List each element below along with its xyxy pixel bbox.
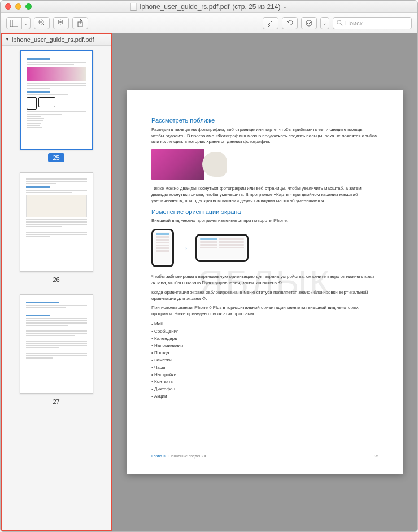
highlight-icon <box>267 20 275 27</box>
arrow-right-icon: → <box>181 243 189 254</box>
footer-pagenum: 25 <box>374 453 378 459</box>
toolbar: ⌄ ⌄ Поиск <box>1 13 417 33</box>
search-icon <box>337 20 343 26</box>
document-canvas[interactable]: Рассмотреть поближе Разведите пальцы на … <box>112 33 417 531</box>
titlebar: iphone_user_guide_rs.pdf.pdf (стр. 25 из… <box>1 1 417 13</box>
list-item: Напоминания <box>151 342 378 350</box>
sidebar-toggle-button[interactable] <box>6 17 22 29</box>
rotation-illustration: → <box>151 228 378 268</box>
svg-point-11 <box>306 20 312 26</box>
list-item: Контакты <box>151 378 378 386</box>
highlight-button[interactable] <box>263 17 278 29</box>
thumbnail-page <box>20 172 93 272</box>
list-item: Календарь <box>151 335 378 343</box>
list-item: Диктофон <box>151 386 378 393</box>
list-item: Погода <box>151 350 378 357</box>
svg-point-12 <box>337 20 341 24</box>
thumbnail-item[interactable]: 25 <box>1 50 112 162</box>
sidebar-icon <box>10 20 18 27</box>
thumbnail-label: 25 <box>48 153 64 162</box>
thumbnail-page <box>20 294 93 394</box>
list-item: Сообщения <box>151 328 378 335</box>
zoom-in-icon <box>58 19 65 27</box>
app-list: Mail Сообщения Календарь Напоминания Пог… <box>151 321 378 400</box>
share-button[interactable] <box>72 17 88 29</box>
thumbnail-list[interactable]: 25 26 <box>1 46 112 531</box>
heading-zoom: Рассмотреть поближе <box>151 116 378 125</box>
paragraph: Внешний вид многих программ изменяется п… <box>151 218 378 224</box>
markup-menu-button[interactable]: ⌄ <box>320 17 329 29</box>
thumbnail-page <box>20 50 93 150</box>
thumbnail-label: 26 <box>48 275 64 284</box>
window-title: iphone_user_guide_rs.pdf.pdf (стр. 25 из… <box>130 3 288 11</box>
list-item: Mail <box>151 321 378 328</box>
disclosure-triangle-icon: ▼ <box>5 37 10 42</box>
chevron-down-icon: ⌄ <box>323 20 327 26</box>
body: ▼ iphone_user_guide_rs.pdf.pdf <box>1 33 417 531</box>
minimize-window-button[interactable] <box>15 3 21 10</box>
close-window-button[interactable] <box>5 3 11 10</box>
list-item: Настройки <box>151 372 378 379</box>
paragraph: Разведите пальцы на фотографии, веб-стра… <box>151 127 378 145</box>
thumbnail-item[interactable]: 26 <box>1 172 112 284</box>
search-placeholder: Поиск <box>345 20 362 27</box>
zoom-out-button[interactable] <box>34 17 50 29</box>
sidebar-doctitle: iphone_user_guide_rs.pdf.pdf <box>12 36 94 43</box>
document-icon <box>130 3 137 11</box>
heading-orientation: Изменение ориентации экрана <box>151 208 378 216</box>
footer-chapter: Глава 3 Глава 3 Основные сведенияОсновны… <box>151 453 206 459</box>
rotate-button[interactable] <box>282 17 298 29</box>
pinch-illustration <box>151 149 378 180</box>
phone-portrait-icon <box>151 229 174 267</box>
window-controls <box>5 3 32 10</box>
paragraph: Также можно дважды коснуться фотографии … <box>151 186 378 204</box>
list-item: Заметки <box>151 357 378 364</box>
svg-line-3 <box>43 24 45 26</box>
share-icon <box>77 19 84 27</box>
sidebar-header[interactable]: ▼ iphone_user_guide_rs.pdf.pdf <box>1 33 112 46</box>
thumbnail-label: 27 <box>48 397 64 406</box>
title-pagestatus: (стр. 25 из 214) <box>232 3 280 11</box>
zoom-in-button[interactable] <box>53 17 69 29</box>
view-menu-button[interactable]: ⌄ <box>21 17 31 29</box>
markup-button[interactable] <box>301 17 317 29</box>
list-item: Акции <box>151 393 378 400</box>
chevron-down-icon: ⌄ <box>24 20 28 26</box>
list-item: Часы <box>151 364 378 372</box>
paragraph: Чтобы заблокировать вертикальную ориента… <box>151 274 378 286</box>
title-filename: iphone_user_guide_rs.pdf.pdf <box>140 3 230 11</box>
svg-rect-0 <box>10 20 18 27</box>
app-window: iphone_user_guide_rs.pdf.pdf (стр. 25 из… <box>0 0 418 532</box>
view-mode-group: ⌄ <box>6 17 31 29</box>
zoom-window-button[interactable] <box>25 3 32 10</box>
rotate-icon <box>286 19 294 27</box>
chevron-down-icon[interactable]: ⌄ <box>283 4 288 10</box>
page-footer: Глава 3 Глава 3 Основные сведенияОсновны… <box>151 451 378 459</box>
search-input[interactable]: Поиск <box>333 17 412 29</box>
svg-line-6 <box>62 24 64 26</box>
zoom-out-icon <box>38 19 46 27</box>
paragraph: При использовании iPhone 6 Plus в горизо… <box>151 305 378 317</box>
svg-line-13 <box>341 24 342 25</box>
paragraph: Когда ориентация экрана заблокирована, в… <box>151 290 378 302</box>
markup-icon <box>305 20 313 27</box>
thumbnail-sidebar: ▼ iphone_user_guide_rs.pdf.pdf <box>1 33 112 531</box>
page-content: Рассмотреть поближе Разведите пальцы на … <box>127 90 403 474</box>
thumbnail-item[interactable]: 27 <box>1 294 112 406</box>
phone-landscape-icon <box>195 234 249 262</box>
